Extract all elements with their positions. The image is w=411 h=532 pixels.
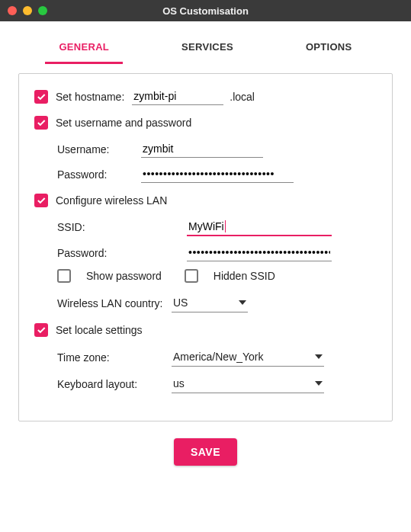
- keyboard-label: Keyboard layout:: [57, 378, 172, 390]
- check-icon: [36, 325, 47, 335]
- chevron-down-icon: [315, 354, 323, 359]
- hostname-checkbox[interactable]: [34, 90, 48, 104]
- wifi-password-input[interactable]: [187, 244, 332, 261]
- hostname-suffix: .local: [230, 91, 255, 103]
- password-label: Password:: [57, 168, 141, 181]
- timezone-select[interactable]: America/New_York: [172, 348, 324, 367]
- username-label: Username:: [57, 143, 141, 155]
- titlebar: OS Customisation: [0, 0, 411, 21]
- check-icon: [36, 195, 47, 206]
- close-window-button[interactable]: [8, 6, 17, 15]
- hostname-label: Set hostname:: [56, 91, 124, 103]
- chevron-down-icon: [239, 300, 246, 305]
- maximize-window-button[interactable]: [38, 6, 47, 15]
- ssid-value: MyWiFi: [188, 220, 224, 232]
- check-icon: [36, 91, 47, 102]
- locale-checkbox[interactable]: [34, 323, 48, 337]
- minimize-window-button[interactable]: [23, 6, 32, 15]
- keyboard-value: us: [173, 377, 185, 389]
- tab-bar: GENERAL SERVICES OPTIONS: [0, 21, 411, 64]
- locale-label: Set locale settings: [56, 324, 143, 336]
- timezone-value: America/New_York: [173, 351, 264, 363]
- ssid-input[interactable]: MyWiFi: [187, 218, 332, 236]
- wifi-checkbox[interactable]: [34, 194, 48, 207]
- keyboard-select[interactable]: us: [172, 374, 324, 393]
- hidden-ssid-checkbox[interactable]: [185, 269, 198, 283]
- save-button[interactable]: Save: [174, 438, 237, 466]
- check-icon: [36, 117, 47, 128]
- password-input[interactable]: [141, 165, 294, 183]
- wifi-password-label: Password:: [57, 247, 141, 259]
- tab-general[interactable]: GENERAL: [45, 35, 123, 64]
- tab-services[interactable]: SERVICES: [168, 35, 247, 64]
- settings-panel: Set hostname: .local Set username and pa…: [18, 73, 393, 421]
- text-cursor: [225, 220, 226, 232]
- ssid-label: SSID:: [57, 221, 141, 233]
- wifi-country-label: Wireless LAN country:: [57, 297, 172, 309]
- show-password-label: Show password: [86, 270, 162, 282]
- userpass-checkbox[interactable]: [34, 116, 48, 130]
- wifi-label: Configure wireless LAN: [56, 194, 167, 207]
- tab-options[interactable]: OPTIONS: [292, 35, 366, 64]
- hostname-input[interactable]: [132, 88, 223, 105]
- show-password-checkbox[interactable]: [57, 269, 71, 283]
- chevron-down-icon: [315, 381, 323, 386]
- wifi-country-select[interactable]: US: [172, 293, 248, 312]
- userpass-label: Set username and password: [56, 117, 191, 129]
- wifi-country-value: US: [173, 296, 188, 309]
- hidden-ssid-label: Hidden SSID: [214, 270, 275, 282]
- window-title: OS Customisation: [0, 5, 411, 17]
- timezone-label: Time zone:: [57, 351, 172, 364]
- username-input[interactable]: [141, 140, 263, 158]
